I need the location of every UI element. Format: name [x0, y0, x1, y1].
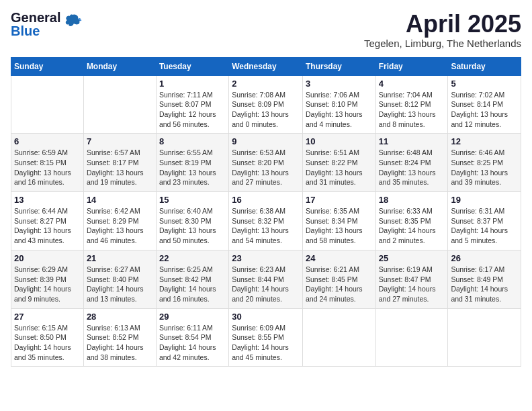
- header-thursday: Thursday: [302, 57, 375, 75]
- table-row: 9Sunrise: 6:53 AM Sunset: 8:20 PM Daylig…: [229, 134, 303, 192]
- day-number: 29: [159, 312, 226, 322]
- day-info: Sunrise: 6:13 AM Sunset: 8:52 PM Dayligh…: [87, 323, 153, 363]
- table-row: 8Sunrise: 6:55 AM Sunset: 8:19 PM Daylig…: [156, 134, 228, 192]
- header-wednesday: Wednesday: [229, 57, 303, 75]
- day-number: 12: [451, 136, 518, 146]
- calendar-week-row: 6Sunrise: 6:59 AM Sunset: 8:15 PM Daylig…: [11, 134, 521, 192]
- day-number: 24: [306, 253, 373, 263]
- calendar-week-row: 27Sunrise: 6:15 AM Sunset: 8:50 PM Dayli…: [11, 308, 521, 367]
- day-number: 26: [451, 253, 518, 263]
- day-number: 15: [159, 195, 226, 205]
- table-row: [448, 308, 521, 367]
- header-sunday: Sunday: [11, 57, 84, 75]
- header-tuesday: Tuesday: [156, 57, 228, 75]
- calendar-title: April 2025: [364, 11, 521, 38]
- day-number: 19: [451, 195, 518, 205]
- day-info: Sunrise: 6:59 AM Sunset: 8:15 PM Dayligh…: [14, 148, 81, 187]
- logo: General Blue: [11, 11, 82, 38]
- day-number: 20: [14, 253, 81, 263]
- day-info: Sunrise: 7:08 AM Sunset: 8:09 PM Dayligh…: [232, 90, 300, 130]
- table-row: 5Sunrise: 7:02 AM Sunset: 8:14 PM Daylig…: [448, 75, 521, 134]
- table-row: 21Sunrise: 6:27 AM Sunset: 8:40 PM Dayli…: [83, 250, 156, 308]
- table-row: 23Sunrise: 6:23 AM Sunset: 8:44 PM Dayli…: [229, 250, 303, 308]
- header-monday: Monday: [83, 57, 156, 75]
- table-row: 12Sunrise: 6:46 AM Sunset: 8:25 PM Dayli…: [448, 134, 521, 192]
- day-number: 1: [159, 79, 226, 89]
- table-row: 14Sunrise: 6:42 AM Sunset: 8:29 PM Dayli…: [83, 192, 156, 250]
- day-info: Sunrise: 6:44 AM Sunset: 8:27 PM Dayligh…: [14, 206, 81, 246]
- table-row: 6Sunrise: 6:59 AM Sunset: 8:15 PM Daylig…: [11, 134, 84, 192]
- day-info: Sunrise: 6:23 AM Sunset: 8:44 PM Dayligh…: [232, 265, 300, 304]
- day-number: 13: [14, 195, 81, 205]
- day-number: 21: [87, 253, 153, 263]
- day-info: Sunrise: 6:19 AM Sunset: 8:47 PM Dayligh…: [379, 265, 445, 304]
- day-info: Sunrise: 6:55 AM Sunset: 8:19 PM Dayligh…: [159, 148, 226, 187]
- logo-blue-text: Blue: [11, 24, 60, 38]
- day-info: Sunrise: 6:15 AM Sunset: 8:50 PM Dayligh…: [14, 323, 81, 363]
- day-info: Sunrise: 6:57 AM Sunset: 8:17 PM Dayligh…: [87, 148, 153, 187]
- day-info: Sunrise: 7:11 AM Sunset: 8:07 PM Dayligh…: [159, 90, 226, 130]
- day-number: 23: [232, 253, 300, 263]
- day-info: Sunrise: 6:46 AM Sunset: 8:25 PM Dayligh…: [451, 148, 518, 187]
- table-row: [375, 308, 448, 367]
- day-number: 8: [159, 136, 226, 146]
- day-info: Sunrise: 6:25 AM Sunset: 8:42 PM Dayligh…: [159, 265, 226, 304]
- day-number: 16: [232, 195, 300, 205]
- day-info: Sunrise: 6:27 AM Sunset: 8:40 PM Dayligh…: [87, 265, 153, 304]
- header-friday: Friday: [375, 57, 448, 75]
- day-number: 7: [87, 136, 153, 146]
- day-info: Sunrise: 7:04 AM Sunset: 8:12 PM Dayligh…: [379, 90, 445, 130]
- table-row: 13Sunrise: 6:44 AM Sunset: 8:27 PM Dayli…: [11, 192, 84, 250]
- table-row: 16Sunrise: 6:38 AM Sunset: 8:32 PM Dayli…: [229, 192, 303, 250]
- calendar-table: Sunday Monday Tuesday Wednesday Thursday…: [11, 57, 521, 367]
- title-area: April 2025 Tegelen, Limburg, The Netherl…: [364, 11, 521, 49]
- table-row: 4Sunrise: 7:04 AM Sunset: 8:12 PM Daylig…: [375, 75, 448, 134]
- table-row: 1Sunrise: 7:11 AM Sunset: 8:07 PM Daylig…: [156, 75, 228, 134]
- table-row: 26Sunrise: 6:17 AM Sunset: 8:49 PM Dayli…: [448, 250, 521, 308]
- table-row: 18Sunrise: 6:33 AM Sunset: 8:35 PM Dayli…: [375, 192, 448, 250]
- day-info: Sunrise: 7:02 AM Sunset: 8:14 PM Dayligh…: [451, 90, 518, 130]
- table-row: 17Sunrise: 6:35 AM Sunset: 8:34 PM Dayli…: [302, 192, 375, 250]
- day-number: 2: [232, 79, 300, 89]
- table-row: 22Sunrise: 6:25 AM Sunset: 8:42 PM Dayli…: [156, 250, 228, 308]
- day-number: 18: [379, 195, 445, 205]
- logo-general-text: General: [11, 11, 60, 24]
- calendar-week-row: 1Sunrise: 7:11 AM Sunset: 8:07 PM Daylig…: [11, 75, 521, 134]
- day-info: Sunrise: 6:53 AM Sunset: 8:20 PM Dayligh…: [232, 148, 300, 187]
- day-info: Sunrise: 6:40 AM Sunset: 8:30 PM Dayligh…: [159, 206, 226, 246]
- table-row: [11, 75, 84, 134]
- day-number: 17: [306, 195, 373, 205]
- day-number: 5: [451, 79, 518, 89]
- day-number: 14: [87, 195, 153, 205]
- table-row: 24Sunrise: 6:21 AM Sunset: 8:45 PM Dayli…: [302, 250, 375, 308]
- day-info: Sunrise: 6:42 AM Sunset: 8:29 PM Dayligh…: [87, 206, 153, 246]
- day-info: Sunrise: 6:21 AM Sunset: 8:45 PM Dayligh…: [306, 265, 373, 304]
- table-row: 30Sunrise: 6:09 AM Sunset: 8:55 PM Dayli…: [229, 308, 303, 367]
- day-info: Sunrise: 6:51 AM Sunset: 8:22 PM Dayligh…: [306, 148, 373, 187]
- table-row: [302, 308, 375, 367]
- table-row: 19Sunrise: 6:31 AM Sunset: 8:37 PM Dayli…: [448, 192, 521, 250]
- day-number: 30: [232, 312, 300, 322]
- day-number: 22: [159, 253, 226, 263]
- calendar-week-row: 20Sunrise: 6:29 AM Sunset: 8:39 PM Dayli…: [11, 250, 521, 308]
- day-info: Sunrise: 6:31 AM Sunset: 8:37 PM Dayligh…: [451, 206, 518, 246]
- day-info: Sunrise: 7:06 AM Sunset: 8:10 PM Dayligh…: [306, 90, 373, 130]
- day-number: 4: [379, 79, 445, 89]
- table-row: 10Sunrise: 6:51 AM Sunset: 8:22 PM Dayli…: [302, 134, 375, 192]
- table-row: 11Sunrise: 6:48 AM Sunset: 8:24 PM Dayli…: [375, 134, 448, 192]
- weekday-header-row: Sunday Monday Tuesday Wednesday Thursday…: [11, 57, 521, 75]
- header-saturday: Saturday: [448, 57, 521, 75]
- day-info: Sunrise: 6:35 AM Sunset: 8:34 PM Dayligh…: [306, 206, 373, 246]
- day-number: 6: [14, 136, 81, 146]
- table-row: 7Sunrise: 6:57 AM Sunset: 8:17 PM Daylig…: [83, 134, 156, 192]
- day-info: Sunrise: 6:38 AM Sunset: 8:32 PM Dayligh…: [232, 206, 300, 246]
- table-row: 20Sunrise: 6:29 AM Sunset: 8:39 PM Dayli…: [11, 250, 84, 308]
- table-row: 28Sunrise: 6:13 AM Sunset: 8:52 PM Dayli…: [83, 308, 156, 367]
- day-number: 9: [232, 136, 300, 146]
- day-info: Sunrise: 6:48 AM Sunset: 8:24 PM Dayligh…: [379, 148, 445, 187]
- day-number: 25: [379, 253, 445, 263]
- day-number: 10: [306, 136, 373, 146]
- calendar-week-row: 13Sunrise: 6:44 AM Sunset: 8:27 PM Dayli…: [11, 192, 521, 250]
- day-number: 27: [14, 312, 81, 322]
- day-info: Sunrise: 6:09 AM Sunset: 8:55 PM Dayligh…: [232, 323, 300, 363]
